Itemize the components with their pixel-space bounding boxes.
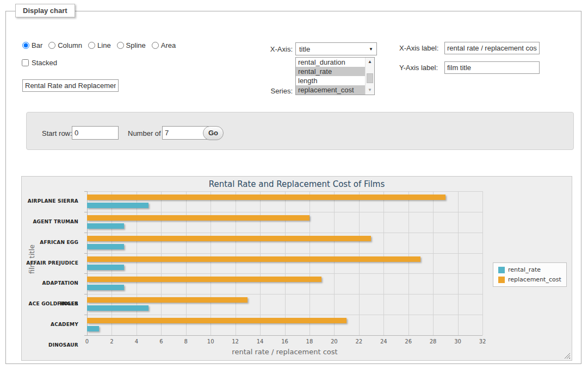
- category-label: AFRICAN EGG: [22, 233, 83, 253]
- series-listbox[interactable]: rental_durationrental_ratelengthreplacem…: [295, 57, 375, 95]
- start-row-label: Start row:: [42, 129, 72, 137]
- bar-replacement_cost[interactable]: [87, 236, 371, 241]
- plot-area: [87, 191, 482, 335]
- x-tick-label: 4: [135, 338, 138, 344]
- chart-type-option-line[interactable]: Line: [88, 41, 111, 49]
- legend-label: replacement_cost: [508, 276, 561, 283]
- gridline: [482, 191, 483, 335]
- bar-rental_rate[interactable]: [87, 326, 99, 331]
- bar-rental_rate[interactable]: [87, 265, 124, 270]
- bar-replacement_cost[interactable]: [87, 277, 321, 282]
- chart-xaxis-title: rental rate / replacement cost: [87, 348, 482, 356]
- bar-replacement_cost[interactable]: [87, 318, 346, 323]
- bar-rental_rate[interactable]: [87, 305, 148, 311]
- series-option[interactable]: length: [296, 76, 365, 85]
- category-tick: [84, 335, 87, 336]
- legend-item-replacement_cost[interactable]: replacement_cost: [498, 276, 561, 283]
- scrollbar-thumb[interactable]: [367, 73, 373, 83]
- series-listbox-label: Series:: [256, 87, 293, 95]
- chart-type-option-spline[interactable]: Spline: [117, 41, 146, 49]
- category-label: AFFAIR PREJUDICE: [22, 253, 83, 274]
- gridline: [87, 191, 482, 192]
- series-option[interactable]: rental_rate: [296, 67, 365, 76]
- chart-type-option-column[interactable]: Column: [48, 41, 82, 49]
- y-axis-line: [87, 191, 88, 335]
- category-tick: [84, 294, 87, 294]
- yaxis-label-input[interactable]: [444, 61, 540, 74]
- bar-rental_rate[interactable]: [87, 244, 124, 249]
- xaxis-label-input[interactable]: [444, 42, 540, 54]
- gridline: [137, 191, 137, 335]
- bar-replacement_cost[interactable]: [87, 195, 445, 200]
- chart-type-radio-column[interactable]: [48, 42, 55, 49]
- category-tick: [84, 233, 87, 233]
- bar-replacement_cost[interactable]: [87, 297, 247, 303]
- xaxis-select[interactable]: title ▼: [295, 42, 377, 55]
- start-row-input[interactable]: [72, 126, 119, 140]
- x-tick-label: 24: [380, 338, 387, 344]
- series-listbox-scrollbar[interactable]: ▲ ▼: [365, 58, 374, 95]
- xaxis-selected-value: title: [299, 45, 369, 53]
- gridline: [87, 233, 482, 233]
- xaxis-label-caption: X-Axis label:: [399, 44, 438, 52]
- scroll-up-icon[interactable]: ▲: [366, 58, 374, 66]
- legend-item-rental_rate[interactable]: rental_rate: [498, 266, 561, 273]
- chart-type-radio-line[interactable]: [88, 42, 95, 49]
- category-tick: [84, 253, 87, 254]
- chart-type-label-area: Area: [161, 41, 176, 49]
- chart-type-label-spline: Spline: [126, 41, 146, 49]
- bar-replacement_cost[interactable]: [87, 215, 310, 221]
- category-label: ACADEMY DINOSAUR: [22, 315, 83, 335]
- gridline: [236, 191, 236, 335]
- gridline: [310, 191, 310, 335]
- gridline: [334, 191, 335, 335]
- gridline: [87, 294, 482, 294]
- gridline: [87, 212, 482, 212]
- stacked-checkbox[interactable]: [22, 59, 29, 66]
- chart-type-option-area[interactable]: Area: [152, 41, 176, 49]
- yaxis-label-caption: Y-Axis label:: [399, 64, 438, 72]
- chart-type-label-bar: Bar: [32, 41, 42, 49]
- bar-rental_rate[interactable]: [87, 285, 124, 290]
- chart-type-option-bar[interactable]: Bar: [22, 41, 42, 49]
- gridline: [211, 191, 211, 335]
- category-tick: [84, 212, 87, 212]
- x-tick-label: 30: [454, 338, 461, 344]
- series-option[interactable]: rental_duration: [296, 58, 365, 67]
- category-tick: [84, 191, 87, 192]
- num-rows-input[interactable]: [162, 126, 209, 140]
- x-tick-label: 20: [331, 338, 338, 344]
- x-tick-label: 22: [355, 338, 362, 344]
- x-tick-label: 16: [281, 338, 288, 344]
- chart-type-radio-group: Bar Column Line Spline Area: [22, 41, 176, 49]
- chart-container: Rental Rate and Replacement Cost of Film…: [21, 176, 572, 361]
- x-tick-label: 32: [479, 338, 486, 344]
- chart-type-label-column: Column: [58, 41, 82, 49]
- bar-rental_rate[interactable]: [87, 223, 124, 229]
- chart-type-radio-bar[interactable]: [22, 42, 29, 49]
- chart-title-input[interactable]: [22, 79, 119, 92]
- bar-rental_rate[interactable]: [87, 203, 148, 208]
- scroll-down-icon[interactable]: ▼: [366, 86, 374, 95]
- category-label: ACE GOLDFINGER: [22, 294, 83, 315]
- bar-replacement_cost[interactable]: [87, 256, 420, 262]
- x-tick-label: 14: [257, 338, 264, 344]
- display-chart-fieldset: Bar Column Line Spline Area Stacked X-Ax…: [5, 11, 581, 364]
- gridline: [186, 191, 187, 335]
- gridline: [161, 191, 162, 335]
- chart-type-radio-area[interactable]: [152, 42, 159, 49]
- stacked-option[interactable]: Stacked: [22, 59, 57, 67]
- resize-grip-icon[interactable]: [564, 353, 570, 359]
- legend-label: rental_rate: [508, 266, 541, 273]
- category-label: ADAPTATION HOLES: [22, 273, 83, 294]
- legend-swatch-icon: [498, 277, 505, 283]
- chart-type-radio-spline[interactable]: [117, 42, 124, 49]
- x-tick-label: 28: [430, 338, 437, 344]
- gridline: [285, 191, 286, 335]
- x-tick-label: 10: [207, 338, 214, 344]
- chart-legend: rental_ratereplacement_cost: [493, 262, 567, 287]
- go-button[interactable]: Go: [203, 126, 224, 140]
- x-tick-label: 6: [159, 338, 163, 344]
- x-tick-label: 18: [306, 338, 313, 344]
- series-option[interactable]: replacement_cost: [296, 85, 365, 95]
